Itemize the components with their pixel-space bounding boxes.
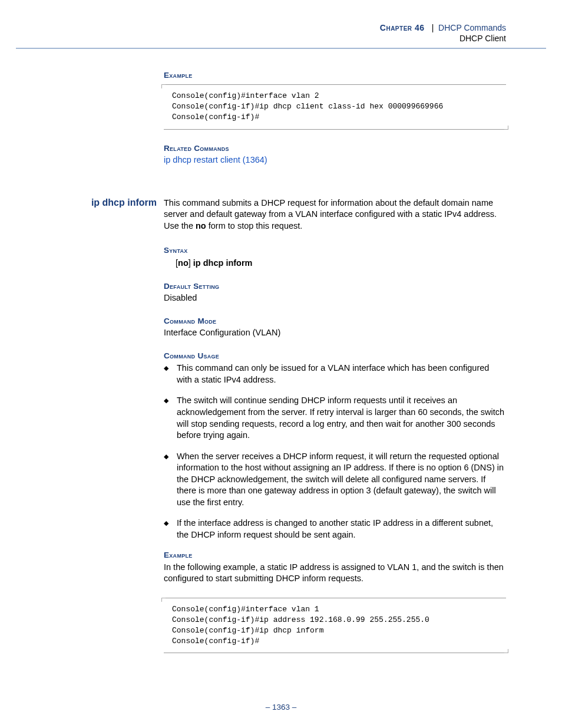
usage-bullet: If the interface address is changed to a…: [164, 518, 506, 541]
default-setting-value: Disabled: [164, 293, 506, 302]
command-name-heading: ip dhcp inform: [91, 197, 157, 207]
usage-bullet-list: This command can only be issued for a VL…: [164, 363, 506, 541]
related-command-link[interactable]: ip dhcp restart client (1364): [164, 155, 506, 164]
header-rule: [16, 48, 546, 49]
chapter-label: Chapter 46: [380, 23, 427, 32]
command-usage-heading: Command Usage: [164, 351, 506, 360]
command-description: This command submits a DHCP request for …: [164, 197, 506, 232]
example-code-block-2: Console(config)#interface vlan 1 Console…: [164, 598, 506, 654]
command-mode-heading: Command Mode: [164, 317, 506, 325]
related-commands-heading: Related Commands: [164, 144, 506, 153]
chapter-subtitle: DHCP Client: [459, 34, 506, 43]
syntax-heading: Syntax: [164, 246, 506, 255]
command-mode-value: Interface Configuration (VLAN): [164, 328, 506, 337]
syntax-no: no: [178, 258, 189, 268]
example-code-block: Console(config)#interface vlan 2 Console…: [164, 84, 506, 130]
chapter-word: Chapter: [380, 23, 412, 32]
desc-post: form to stop this request.: [206, 221, 303, 230]
desc-bold: no: [196, 221, 206, 230]
example-heading: Example: [164, 71, 506, 80]
chapter-number: 46: [415, 23, 425, 32]
page-number: – 1363 –: [0, 703, 562, 711]
usage-bullet: When the server receives a DHCP inform r…: [164, 451, 506, 509]
usage-bullet: This command can only be issued for a VL…: [164, 363, 506, 386]
page-header: Chapter 46 | DHCP Commands DHCP Client: [380, 22, 506, 44]
usage-bullet: The switch will continue sending DHCP in…: [164, 395, 506, 441]
page-content: Example Console(config)#interface vlan 2…: [77, 71, 506, 655]
bracket-close: ]: [189, 258, 193, 268]
separator: |: [432, 23, 434, 32]
syntax-cmd: ip dhcp inform: [193, 258, 253, 268]
example-intro-text: In the following example, a static IP ad…: [164, 562, 506, 585]
chapter-title: DHCP Commands: [438, 23, 506, 32]
default-setting-heading: Default Setting: [164, 282, 506, 291]
example-heading-2: Example: [164, 551, 506, 559]
syntax-line: [no] ip dhcp inform: [176, 258, 506, 268]
